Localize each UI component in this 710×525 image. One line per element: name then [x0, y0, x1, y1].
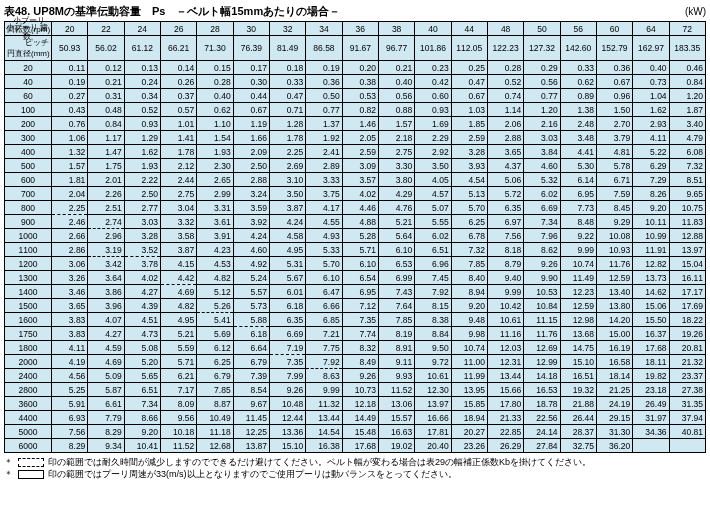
value-cell: 1.06 — [52, 131, 88, 145]
dia-header: 81.49 — [269, 36, 305, 61]
value-cell: 6.25 — [197, 355, 233, 369]
dia-header: 50.93 — [52, 36, 88, 61]
value-cell: 13.36 — [269, 425, 305, 439]
value-cell: 4.58 — [269, 229, 305, 243]
table-row: 15003.653.964.394.825.265.736.186.667.12… — [5, 299, 706, 313]
value-cell: 10.74 — [451, 341, 487, 355]
value-cell: 5.22 — [633, 145, 669, 159]
value-cell: 0.93 — [124, 117, 160, 131]
table-title: 表48. UP8Mの基準伝動容量 Ps －ベルト幅15mmあたりの場合－ — [4, 4, 340, 19]
value-cell: 13.44 — [306, 411, 342, 425]
value-cell: 8.32 — [342, 341, 378, 355]
value-cell: 11.99 — [451, 369, 487, 383]
value-cell: 2.86 — [52, 243, 88, 257]
value-cell: 4.51 — [124, 313, 160, 327]
value-cell: 0.77 — [524, 89, 560, 103]
value-cell: 3.59 — [233, 201, 269, 215]
value-cell: 9.67 — [233, 397, 269, 411]
rpm-header: 1800 — [5, 341, 52, 355]
value-cell: 5.71 — [161, 355, 197, 369]
value-cell: 23.18 — [633, 383, 669, 397]
value-cell: 34.36 — [633, 425, 669, 439]
value-cell: 14.20 — [596, 313, 632, 327]
value-cell: 3.75 — [306, 187, 342, 201]
value-cell: 10.18 — [161, 425, 197, 439]
value-cell: 12.88 — [669, 229, 705, 243]
table-row: 9002.462.743.033.323.613.924.244.554.885… — [5, 215, 706, 229]
value-cell: 3.78 — [124, 257, 160, 271]
table-row: 36005.916.617.348.098.879.6710.4811.3212… — [5, 397, 706, 411]
value-cell: 10.61 — [487, 313, 523, 327]
corner-header: 小プーリ 歯数 小プーリ 回転数(rpm) — [5, 22, 52, 36]
value-cell: 0.30 — [233, 75, 269, 89]
value-cell: 1.20 — [669, 89, 705, 103]
value-cell: 4.69 — [88, 355, 124, 369]
value-cell: 8.94 — [451, 285, 487, 299]
value-cell: 10.61 — [415, 369, 451, 383]
value-cell: 12.59 — [560, 299, 596, 313]
value-cell: 3.50 — [415, 159, 451, 173]
value-cell: 6.10 — [342, 257, 378, 271]
value-cell: 3.65 — [487, 145, 523, 159]
value-cell: 0.50 — [306, 89, 342, 103]
value-cell: 37.94 — [669, 411, 705, 425]
value-cell: 8.54 — [233, 383, 269, 397]
value-cell: 0.33 — [269, 75, 305, 89]
value-cell: 9.50 — [415, 341, 451, 355]
value-cell: 6.97 — [487, 215, 523, 229]
value-cell: 0.46 — [669, 61, 705, 75]
value-cell: 26.49 — [633, 397, 669, 411]
value-cell: 0.47 — [451, 75, 487, 89]
value-cell: 5.12 — [197, 285, 233, 299]
value-cell: 0.77 — [306, 103, 342, 117]
value-cell: 0.93 — [415, 103, 451, 117]
value-cell: 7.34 — [524, 215, 560, 229]
value-cell: 0.24 — [124, 75, 160, 89]
rpm-header: 500 — [5, 159, 52, 173]
value-cell: 3.64 — [88, 271, 124, 285]
value-cell: 4.27 — [88, 327, 124, 341]
value-cell: 21.33 — [487, 411, 523, 425]
value-cell: 5.24 — [233, 271, 269, 285]
value-cell: 6.29 — [633, 159, 669, 173]
value-cell: 9.11 — [378, 355, 414, 369]
value-cell: 3.48 — [560, 131, 596, 145]
value-cell: 4.55 — [306, 215, 342, 229]
dia-header: 56.02 — [88, 36, 124, 61]
value-cell: 24.19 — [596, 397, 632, 411]
value-cell: 3.57 — [342, 173, 378, 187]
value-cell: 19.02 — [378, 439, 414, 453]
table-row: 20004.194.695.205.716.256.797.357.928.49… — [5, 355, 706, 369]
table-row: 5001.571.751.932.122.302.502.692.893.093… — [5, 159, 706, 173]
value-cell: 8.87 — [197, 397, 233, 411]
value-cell: 9.56 — [161, 411, 197, 425]
value-cell: 8.15 — [415, 299, 451, 313]
value-cell: 6.02 — [415, 229, 451, 243]
rpm-header: 1600 — [5, 313, 52, 327]
value-cell: 11.45 — [233, 411, 269, 425]
value-cell: 6.12 — [197, 341, 233, 355]
rpm-header: 60 — [5, 89, 52, 103]
table-row: 1000.430.480.520.570.620.670.710.770.820… — [5, 103, 706, 117]
value-cell: 5.30 — [560, 159, 596, 173]
value-cell: 0.18 — [269, 61, 305, 75]
rpm-header: 5000 — [5, 425, 52, 439]
value-cell: 5.64 — [378, 229, 414, 243]
value-cell: 3.52 — [124, 243, 160, 257]
value-cell: 15.50 — [633, 313, 669, 327]
value-cell: 0.71 — [269, 103, 305, 117]
value-cell: 3.32 — [161, 215, 197, 229]
value-cell: 0.40 — [378, 75, 414, 89]
value-cell: 7.32 — [669, 159, 705, 173]
dia-header: 76.39 — [233, 36, 269, 61]
rpm-header: 1200 — [5, 257, 52, 271]
rpm-header: 200 — [5, 117, 52, 131]
table-row: 11002.863.193.523.874.234.604.955.335.71… — [5, 243, 706, 257]
value-cell: 17.17 — [669, 285, 705, 299]
value-cell: 0.38 — [342, 75, 378, 89]
value-cell: 16.11 — [669, 271, 705, 285]
value-cell: 7.56 — [487, 229, 523, 243]
value-cell: 7.99 — [269, 369, 305, 383]
value-cell: 0.27 — [52, 89, 88, 103]
value-cell: 10.93 — [596, 243, 632, 257]
